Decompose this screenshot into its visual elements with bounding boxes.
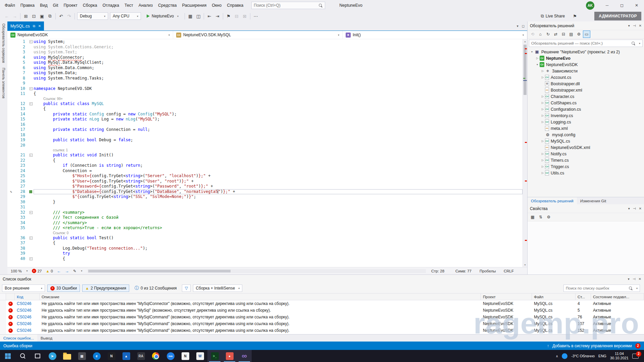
error-row[interactable]: ✕CS0246Не удалось найти тип или имя прос…: [0, 300, 644, 307]
error-row[interactable]: ✕CS0246Не удалось найти тип или имя прос…: [0, 320, 644, 327]
collapsed-arrow-icon[interactable]: ▷: [540, 108, 545, 111]
menu-item[interactable]: Правка: [18, 0, 37, 10]
line-indicator[interactable]: Стр: 28: [429, 269, 453, 273]
document-tab-mysql-cs[interactable]: MySQL.cs ⧉ ✕: [7, 21, 44, 31]
collapse-icon[interactable]: −: [30, 237, 33, 240]
collapsed-arrow-icon[interactable]: ▷: [540, 120, 545, 123]
navigate-forward-icon[interactable]: →: [11, 12, 19, 20]
more-options-icon[interactable]: ⋯: [252, 12, 260, 20]
preview-changes-icon[interactable]: ◫: [194, 12, 202, 20]
zoom-dropdown[interactable]: 100 % ▾: [9, 269, 30, 273]
collapsed-arrow-icon[interactable]: ▷: [540, 114, 545, 117]
menu-item[interactable]: Отладка: [100, 0, 122, 10]
menu-item[interactable]: Анализ: [136, 0, 155, 10]
panel-tab[interactable]: Список ошибок...: [0, 334, 37, 342]
notification-center-icon[interactable]: 2: [632, 354, 639, 359]
weather-icon[interactable]: [562, 353, 567, 359]
pin-icon[interactable]: ⊤: [633, 24, 636, 27]
panel-tab[interactable]: Изменения Git: [577, 197, 609, 204]
search-icon[interactable]: [15, 350, 30, 362]
window-menu-icon[interactable]: ▾: [628, 277, 630, 281]
live-share-button[interactable]: ⧉ Live Share: [541, 13, 565, 19]
chrome-icon[interactable]: [148, 350, 163, 362]
tree-item[interactable]: ▷C#ColShapes.cs: [528, 100, 644, 106]
errors-filter-button[interactable]: ✕ 33 Ошибки: [47, 285, 80, 292]
messages-filter-button[interactable]: ⓘ 0 из 12 Сообщения: [132, 285, 180, 292]
undo-icon[interactable]: ↶: [57, 12, 65, 20]
close-icon[interactable]: ✕: [639, 277, 641, 281]
tree-item[interactable]: ⚙Bootstrapper.dll: [528, 81, 644, 87]
collapse-icon[interactable]: −: [30, 40, 33, 43]
column-header[interactable]: Код: [15, 294, 40, 300]
save-all-icon[interactable]: ⧉: [46, 12, 54, 20]
pin-icon[interactable]: ⊤: [632, 277, 636, 280]
menu-item[interactable]: Расширения: [179, 0, 209, 10]
language-indicator[interactable]: ENG: [598, 354, 606, 358]
pin-icon[interactable]: ⊤: [633, 207, 636, 210]
find-in-files-icon[interactable]: ▦: [186, 12, 194, 20]
column-header[interactable]: Файл: [532, 294, 576, 300]
column-header[interactable]: Проект: [481, 294, 532, 300]
float-window-icon[interactable]: ◻: [522, 24, 525, 28]
eva-icon[interactable]: eva: [163, 350, 178, 362]
start-button[interactable]: [0, 350, 15, 362]
error-row[interactable]: ✕CS0246Не удалось найти тип или имя прос…: [0, 307, 644, 314]
indentation-indicator[interactable]: Пробелы: [478, 269, 502, 273]
ragemp-icon[interactable]: RA: [134, 350, 148, 362]
expanded-arrow-icon[interactable]: ▾: [535, 63, 540, 66]
collapse-icon[interactable]: −: [30, 257, 33, 260]
column-indicator[interactable]: Симв: 77: [453, 269, 478, 273]
sync-with-active-document-icon[interactable]: ⇄: [552, 31, 559, 38]
menu-item[interactable]: Проект: [61, 0, 80, 10]
tree-item[interactable]: ▷C#NeptuneEvo: [528, 55, 644, 61]
error-row[interactable]: ✕CS0246Не удалось найти тип или имя прос…: [0, 314, 644, 320]
menu-item[interactable]: Файл: [2, 0, 18, 10]
expanded-arrow-icon[interactable]: ▾: [530, 50, 534, 53]
collapsed-arrow-icon[interactable]: ▷: [540, 140, 545, 143]
scrollbar-thumb[interactable]: [524, 45, 527, 95]
navigate-back-button[interactable]: ←: [55, 269, 63, 273]
collapsed-arrow-icon[interactable]: ▷: [540, 152, 545, 155]
collapsed-arrow-icon[interactable]: ▷: [540, 165, 545, 168]
editor-horizontal-scrollbar[interactable]: [88, 269, 426, 273]
collapsed-arrow-icon[interactable]: ▷: [540, 76, 545, 79]
solution-explorer-search[interactable]: ▾: [529, 40, 643, 47]
error-search-input[interactable]: [566, 286, 629, 290]
maximize-button[interactable]: ◻: [614, 0, 629, 11]
type-dropdown[interactable]: C# NeptuneEVO.SDK.MySQL ▾: [173, 31, 343, 39]
window-menu-icon[interactable]: ▾: [628, 24, 630, 28]
explorer-icon[interactable]: [60, 350, 75, 362]
tree-item[interactable]: ▷C#Inventory.cs: [528, 112, 644, 119]
account-avatar[interactable]: AK: [586, 1, 594, 10]
tree-item[interactable]: ▾C#NeptuneEvoSDK: [528, 61, 644, 68]
back-icon[interactable]: ⟲: [529, 31, 536, 38]
tree-item[interactable]: ▷C#Account.cs: [528, 74, 644, 81]
photos-icon[interactable]: ▲: [119, 350, 134, 362]
preview-toggle-icon[interactable]: ▭: [583, 31, 590, 38]
close-tab-icon[interactable]: ✕: [38, 24, 41, 28]
collapsed-arrow-icon[interactable]: ▷: [540, 171, 545, 174]
notion-icon[interactable]: N: [178, 350, 193, 362]
tree-item[interactable]: ⚙mysql.config: [528, 132, 644, 138]
collapsed-arrow-icon[interactable]: ▷: [540, 101, 545, 104]
show-all-files-icon[interactable]: ▤: [567, 31, 575, 38]
panel-tab[interactable]: Вывод: [37, 334, 56, 342]
open-file-icon[interactable]: ⊡: [30, 12, 38, 20]
source-dropdown[interactable]: Сборка + IntelliSense ▾: [193, 285, 242, 292]
window-menu-icon[interactable]: ▾: [628, 207, 630, 210]
task-view-icon[interactable]: [30, 350, 45, 362]
tree-item[interactable]: ▷C#Configuration.cs: [528, 106, 644, 112]
close-icon[interactable]: ✕: [639, 24, 642, 28]
notification-badge[interactable]: 2: [635, 343, 641, 349]
column-header[interactable]: Ст...: [576, 294, 591, 300]
edge-icon[interactable]: e: [89, 350, 104, 362]
collapse-all-icon[interactable]: ⊟: [560, 31, 567, 38]
document-errors-indicator[interactable]: ✕ 27: [30, 269, 44, 273]
editor-vertical-scrollbar[interactable]: ▲ ▼: [523, 39, 527, 267]
column-header[interactable]: Описание: [40, 294, 481, 300]
tree-item[interactable]: <>Bootstrapper.xml: [528, 87, 644, 93]
bookmark-icon[interactable]: ⚑: [225, 12, 233, 20]
solution-search-input[interactable]: [531, 41, 631, 45]
collapsed-arrow-icon[interactable]: ▷: [540, 159, 545, 162]
tree-item[interactable]: ▾▣Решение "NeptuneEvo" (проекты: 2 из 2): [528, 49, 644, 55]
